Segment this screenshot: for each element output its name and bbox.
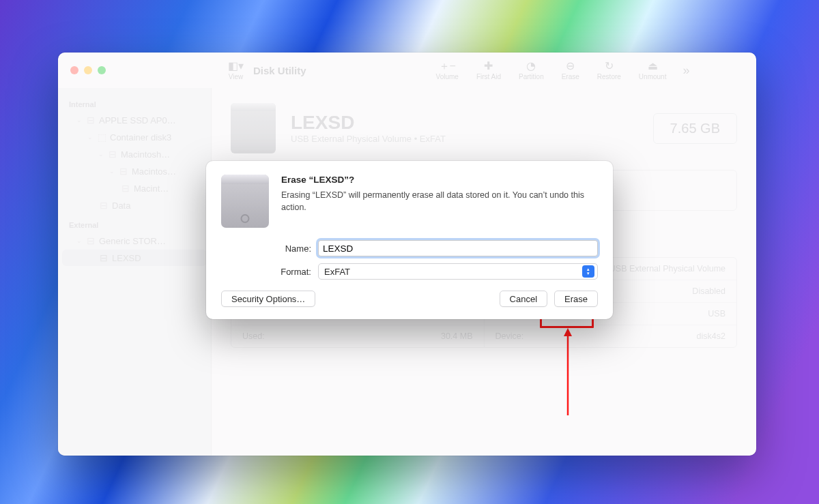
- unmount-icon: ⏏: [648, 61, 658, 72]
- sidebar-item-macintosh-hd[interactable]: ⌄⊟Macintosh…: [62, 146, 207, 162]
- format-label: Format:: [268, 267, 318, 277]
- toolbar-partition[interactable]: ◔Partition: [512, 61, 551, 80]
- erase-button[interactable]: Erase: [554, 291, 598, 307]
- cancel-button[interactable]: Cancel: [500, 291, 547, 307]
- volume-subtitle: USB External Physical Volume • ExFAT: [291, 134, 446, 144]
- info-owners-value: Disabled: [692, 286, 725, 296]
- snapshot-icon: ⊟: [119, 183, 132, 194]
- toolbar-partition-label: Partition: [519, 73, 544, 80]
- security-options-button[interactable]: Security Options…: [221, 291, 315, 307]
- disk-icon: ⊟: [85, 115, 97, 125]
- container-icon: ⬚: [96, 132, 108, 143]
- sidebar-heading-internal: Internal: [58, 93, 211, 111]
- volume-icon: ⊟: [117, 166, 130, 177]
- toolbar-firstaid[interactable]: ✚First Aid: [470, 61, 508, 80]
- sidebar-heading-external: External: [58, 214, 211, 232]
- toolbar-erase[interactable]: ⊖Erase: [555, 61, 586, 80]
- toolbar-restore-label: Restore: [597, 73, 621, 80]
- dialog-heading: Erase “LEXSD”?: [281, 175, 598, 185]
- volume-thumbnail: [231, 103, 276, 153]
- app-title: Disk Utility: [253, 65, 306, 76]
- dialog-body: Erasing “LEXSD” will permanently erase a…: [281, 189, 598, 213]
- sidebar-item-lexsd[interactable]: ⊟LEXSD: [62, 250, 207, 266]
- info-used-value: 30.4 MB: [441, 331, 473, 341]
- toolbar-unmount[interactable]: ⏏Unmount: [632, 61, 674, 80]
- volume-icon: ⊟: [106, 149, 119, 160]
- volume-icon: ⊟: [98, 200, 110, 211]
- titlebar: ◧▾ View Disk Utility ＋−Volume ✚First Aid…: [58, 53, 756, 88]
- info-device-label: Device:: [495, 331, 697, 341]
- sidebar-item-apple-ssd[interactable]: ⌄⊟APPLE SSD AP0…: [62, 112, 207, 128]
- format-select[interactable]: ExFAT: [318, 263, 598, 280]
- restore-icon: ↻: [605, 61, 614, 72]
- sidebar-item-data[interactable]: ⊟Data: [62, 197, 207, 213]
- format-value: ExFAT: [324, 267, 350, 277]
- sidebar: Internal ⌄⊟APPLE SSD AP0… ⌄⬚Container di…: [58, 88, 212, 456]
- external-disk-icon: ⊟: [85, 235, 97, 246]
- name-label: Name:: [268, 243, 318, 254]
- volume-capacity: 7.65 GB: [653, 113, 737, 144]
- window-minimize-button[interactable]: [84, 66, 92, 74]
- plus-minus-icon: ＋−: [439, 61, 456, 72]
- select-stepper-icon: [582, 265, 594, 278]
- toolbar-restore[interactable]: ↻Restore: [590, 61, 628, 80]
- partition-icon: ◔: [526, 61, 536, 72]
- toolbar-view-label: View: [229, 73, 244, 80]
- firstaid-icon: ✚: [484, 61, 493, 72]
- erase-dialog: Erase “LEXSD”? Erasing “LEXSD” will perm…: [206, 161, 613, 319]
- toolbar-view[interactable]: ◧▾ View: [221, 61, 250, 80]
- volume-name: LEXSD: [291, 113, 446, 134]
- sidebar-icon: ◧▾: [228, 61, 244, 72]
- toolbar-volume[interactable]: ＋−Volume: [429, 61, 465, 80]
- info-device-value: disk4s2: [697, 331, 725, 341]
- info-used-label: Used:: [242, 331, 441, 341]
- window-zoom-button[interactable]: [98, 66, 106, 74]
- dialog-disk-icon: [221, 175, 269, 228]
- toolbar-unmount-label: Unmount: [639, 73, 667, 80]
- info-connection-value: USB: [708, 309, 725, 318]
- info-type-value: USB External Physical Volume: [609, 264, 725, 273]
- toolbar-erase-label: Erase: [562, 73, 579, 80]
- sidebar-item-macintosh-snap[interactable]: ⊟Macint…: [62, 180, 207, 196]
- name-field[interactable]: [318, 240, 598, 256]
- toolbar-volume-label: Volume: [436, 73, 459, 80]
- sidebar-item-container[interactable]: ⌄⬚Container disk3: [62, 129, 207, 145]
- external-volume-icon: ⊟: [98, 252, 110, 263]
- toolbar-firstaid-label: First Aid: [476, 73, 501, 80]
- sidebar-item-macintosh-sub[interactable]: ⌄⊟Macintos…: [62, 163, 207, 179]
- sidebar-item-generic[interactable]: ⌄⊟Generic STOR…: [62, 233, 207, 249]
- erase-icon: ⊖: [566, 61, 575, 72]
- toolbar-overflow[interactable]: »: [677, 63, 695, 78]
- window-close-button[interactable]: [70, 66, 78, 74]
